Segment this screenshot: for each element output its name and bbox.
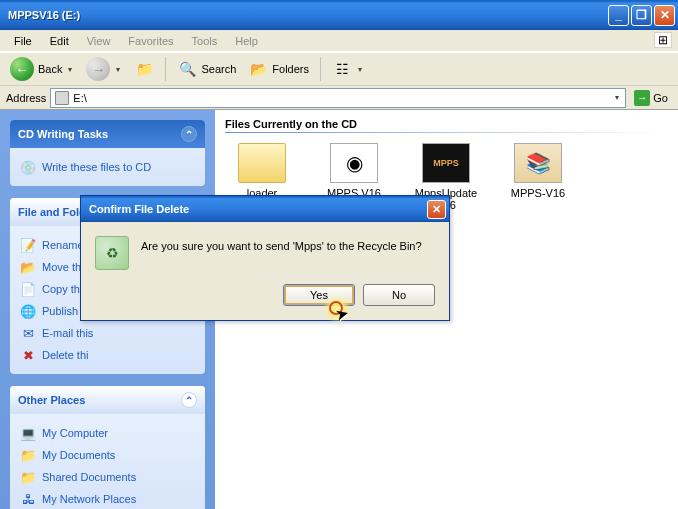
folder-up-icon: 📁: [134, 59, 154, 79]
address-input[interactable]: E:\ ▾: [50, 88, 626, 108]
network-icon: 🖧: [20, 491, 36, 507]
recycle-bin-icon: ♻: [95, 236, 129, 270]
no-button[interactable]: No: [363, 284, 435, 306]
place-my-documents[interactable]: 📁My Documents: [20, 444, 195, 466]
back-arrow-icon: ←: [10, 57, 34, 81]
toolbar: ← Back ▾ → ▾ 📁 🔍 Search 📂 Folders ☷ ▾: [0, 52, 678, 86]
menu-tools[interactable]: Tools: [184, 33, 226, 49]
file-label: MPPS-V16: [511, 187, 565, 199]
go-arrow-icon: →: [634, 90, 650, 106]
dialog-title: Confirm File Delete: [89, 203, 189, 215]
archive-icon: 📚: [514, 143, 562, 183]
dialog-titlebar[interactable]: Confirm File Delete ✕: [81, 196, 449, 222]
chevron-down-icon: ▾: [66, 65, 74, 74]
task-write-cd[interactable]: 💿 Write these files to CD: [20, 156, 195, 178]
search-button[interactable]: 🔍 Search: [173, 55, 240, 83]
rename-icon: 📝: [20, 237, 36, 253]
email-icon: ✉: [20, 325, 36, 341]
publish-icon: 🌐: [20, 303, 36, 319]
chevron-up-icon: ⌃: [181, 392, 197, 408]
views-button[interactable]: ☷ ▾: [328, 55, 368, 83]
shared-folder-icon: 📁: [20, 469, 36, 485]
separator: [320, 57, 321, 81]
folder-icon: [238, 143, 286, 183]
menu-file[interactable]: File: [6, 33, 40, 49]
folders-button[interactable]: 📂 Folders: [244, 55, 313, 83]
back-button[interactable]: ← Back ▾: [6, 55, 78, 83]
copy-icon: 📄: [20, 281, 36, 297]
move-icon: 📂: [20, 259, 36, 275]
chevron-down-icon[interactable]: ▾: [613, 93, 621, 102]
chevron-down-icon: ▾: [114, 65, 122, 74]
task-delete[interactable]: ✖Delete thi: [20, 344, 195, 366]
panel-header[interactable]: Other Places ⌃: [10, 386, 205, 414]
address-bar: Address E:\ ▾ → Go: [0, 86, 678, 110]
up-button[interactable]: 📁: [130, 55, 158, 83]
dialog-close-button[interactable]: ✕: [427, 200, 446, 219]
maximize-button[interactable]: ❐: [631, 5, 652, 26]
menu-view[interactable]: View: [79, 33, 119, 49]
windows-flag-icon: ⊞: [654, 32, 672, 48]
menu-edit[interactable]: Edit: [42, 33, 77, 49]
go-button[interactable]: → Go: [630, 90, 672, 106]
yes-button[interactable]: Yes: [283, 284, 355, 306]
place-shared-documents[interactable]: 📁Shared Documents: [20, 466, 195, 488]
search-icon: 🔍: [177, 59, 197, 79]
place-my-computer[interactable]: 💻My Computer: [20, 422, 195, 444]
views-icon: ☷: [332, 59, 352, 79]
titlebar: MPPSV16 (E:) _ ❐ ✕: [0, 0, 678, 30]
file-item-archive[interactable]: 📚 MPPS-V16: [501, 143, 575, 211]
menubar: File Edit View Favorites Tools Help ⊞: [0, 30, 678, 52]
panel-other-places: Other Places ⌃ 💻My Computer 📁My Document…: [10, 386, 205, 509]
window-title: MPPSV16 (E:): [8, 9, 608, 21]
address-path: E:\: [73, 92, 86, 104]
panel-cd-tasks: CD Writing Tasks ⌃ 💿 Write these files t…: [10, 120, 205, 186]
cd-icon: 💿: [20, 159, 36, 175]
dialog-message: Are you sure you want to send 'Mpps' to …: [141, 236, 435, 270]
folders-icon: 📂: [248, 59, 268, 79]
task-email[interactable]: ✉E-mail this: [20, 322, 195, 344]
confirm-delete-dialog: Confirm File Delete ✕ ♻ Are you sure you…: [80, 195, 450, 321]
chevron-up-icon: ⌃: [181, 126, 197, 142]
chevron-down-icon: ▾: [356, 65, 364, 74]
forward-button[interactable]: → ▾: [82, 55, 126, 83]
documents-icon: 📁: [20, 447, 36, 463]
divider: [225, 132, 668, 133]
address-label: Address: [6, 92, 46, 104]
forward-arrow-icon: →: [86, 57, 110, 81]
group-header: Files Currently on the CD: [225, 116, 668, 132]
place-network[interactable]: 🖧My Network Places: [20, 488, 195, 509]
application-icon: ◉: [330, 143, 378, 183]
close-button[interactable]: ✕: [654, 5, 675, 26]
menu-help[interactable]: Help: [227, 33, 266, 49]
panel-header[interactable]: CD Writing Tasks ⌃: [10, 120, 205, 148]
drive-icon: [55, 91, 69, 105]
menu-favorites[interactable]: Favorites: [120, 33, 181, 49]
minimize-button[interactable]: _: [608, 5, 629, 26]
application-icon: MPPS: [422, 143, 470, 183]
computer-icon: 💻: [20, 425, 36, 441]
separator: [165, 57, 166, 81]
delete-icon: ✖: [20, 347, 36, 363]
